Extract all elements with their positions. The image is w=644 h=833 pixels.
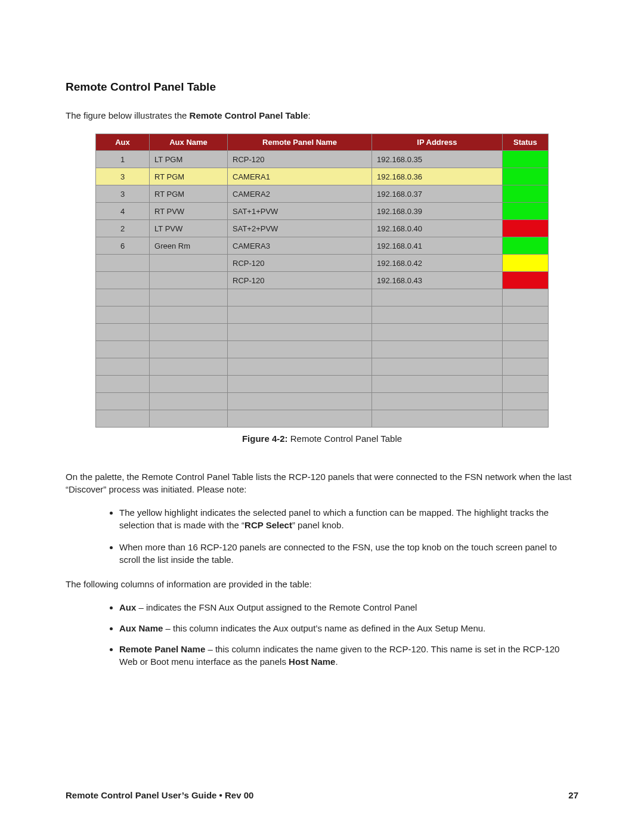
col-header-ip: IP Address	[372, 134, 503, 151]
table-row: 3RT PGMCAMERA1192.168.0.36	[96, 168, 549, 185]
list-item: Aux Name – this column indicates the Aux…	[119, 622, 578, 634]
cell-aux: 3	[96, 168, 150, 185]
cell-panel: RCP-120	[228, 151, 372, 168]
cell-aux	[96, 341, 150, 358]
cell-status	[502, 151, 548, 168]
col-header-auxname: Aux Name	[150, 134, 228, 151]
cell-aux: 6	[96, 237, 150, 255]
cell-panel: SAT+2+PVW	[228, 220, 372, 237]
cell-status	[502, 185, 548, 203]
cell-status	[502, 341, 548, 358]
cell-status	[502, 376, 548, 393]
table-row: 4RT PVWSAT+1+PVW192.168.0.39	[96, 203, 549, 220]
cell-status	[502, 393, 548, 410]
cell-auxname: LT PGM	[150, 151, 228, 168]
table-row: RCP-120192.168.0.43	[96, 272, 549, 289]
col-header-panel: Remote Panel Name	[228, 134, 372, 151]
cell-aux	[96, 255, 150, 272]
list-item-text: ” panel knob.	[292, 520, 344, 530]
cell-auxname	[150, 341, 228, 358]
cell-auxname	[150, 376, 228, 393]
cell-aux: 4	[96, 203, 150, 220]
intro-text-pre: The figure below illustrates the	[66, 110, 190, 120]
cell-status	[502, 203, 548, 220]
intro-text-bold: Remote Control Panel Table	[190, 110, 308, 120]
cell-panel	[228, 324, 372, 341]
paragraph-2: The following columns of information are…	[66, 578, 578, 590]
cell-auxname	[150, 255, 228, 272]
cell-panel	[228, 358, 372, 376]
cell-status	[502, 237, 548, 255]
cell-aux	[96, 410, 150, 428]
rcp-table: Aux Aux Name Remote Panel Name IP Addres…	[95, 134, 549, 428]
cell-aux	[96, 272, 150, 289]
cell-status	[502, 255, 548, 272]
intro-text-post: :	[308, 110, 311, 120]
cell-aux	[96, 358, 150, 376]
cell-auxname: Green Rm	[150, 237, 228, 255]
list-item-bold: Aux	[119, 602, 136, 612]
cell-auxname	[150, 306, 228, 324]
table-row	[96, 341, 549, 358]
table-row	[96, 393, 549, 410]
list-item-text: .	[335, 657, 338, 667]
cell-panel	[228, 341, 372, 358]
cell-status	[502, 220, 548, 237]
cell-auxname	[150, 289, 228, 306]
list-item-text: – indicates the FSN Aux Output assigned …	[136, 602, 417, 612]
cell-aux: 1	[96, 151, 150, 168]
cell-aux	[96, 393, 150, 410]
cell-auxname: RT PGM	[150, 168, 228, 185]
table-body: 1LT PGMRCP-120192.168.0.353RT PGMCAMERA1…	[96, 151, 549, 428]
cell-aux: 2	[96, 220, 150, 237]
list-item-bold: Remote Panel Name	[119, 644, 205, 654]
table-header-row: Aux Aux Name Remote Panel Name IP Addres…	[96, 134, 549, 151]
col-header-aux: Aux	[96, 134, 150, 151]
table-row: RCP-120192.168.0.42	[96, 255, 549, 272]
cell-auxname: RT PGM	[150, 185, 228, 203]
cell-auxname	[150, 358, 228, 376]
cell-panel: CAMERA2	[228, 185, 372, 203]
list-item-text: When more than 16 RCP-120 panels are con…	[119, 542, 557, 565]
page-footer: Remote Control Panel User’s Guide • Rev …	[66, 790, 578, 800]
cell-ip	[372, 324, 503, 341]
footer-left: Remote Control Panel User’s Guide • Rev …	[66, 790, 253, 800]
table-row: 3RT PGMCAMERA2192.168.0.37	[96, 185, 549, 203]
cell-panel	[228, 393, 372, 410]
cell-status	[502, 168, 548, 185]
table-row: 1LT PGMRCP-120192.168.0.35	[96, 151, 549, 168]
col-header-status: Status	[502, 134, 548, 151]
cell-auxname: LT PVW	[150, 220, 228, 237]
intro-paragraph: The figure below illustrates the Remote …	[66, 110, 578, 120]
list-item: Remote Panel Name – this column indicate…	[119, 643, 578, 668]
table-row: 2LT PVWSAT+2+PVW192.168.0.40	[96, 220, 549, 237]
cell-status	[502, 289, 548, 306]
cell-panel: CAMERA3	[228, 237, 372, 255]
figure-caption-label: Figure 4-2:	[242, 433, 288, 444]
cell-ip: 192.168.0.36	[372, 168, 503, 185]
cell-panel: CAMERA1	[228, 168, 372, 185]
table-row	[96, 306, 549, 324]
table-row	[96, 410, 549, 428]
cell-ip: 192.168.0.43	[372, 272, 503, 289]
cell-auxname	[150, 324, 228, 341]
cell-auxname: RT PVW	[150, 203, 228, 220]
cell-ip: 192.168.0.35	[372, 151, 503, 168]
cell-ip	[372, 289, 503, 306]
table-row	[96, 358, 549, 376]
list-item: The yellow highlight indicates the selec…	[119, 506, 578, 531]
table-row	[96, 289, 549, 306]
cell-panel: RCP-120	[228, 255, 372, 272]
cell-ip: 192.168.0.42	[372, 255, 503, 272]
cell-status	[502, 358, 548, 376]
cell-auxname	[150, 272, 228, 289]
paragraph-1: On the palette, the Remote Control Panel…	[66, 470, 578, 496]
cell-aux	[96, 289, 150, 306]
cell-ip	[372, 341, 503, 358]
cell-status	[502, 306, 548, 324]
cell-status	[502, 324, 548, 341]
cell-ip: 192.168.0.37	[372, 185, 503, 203]
bullet-list-1: The yellow highlight indicates the selec…	[66, 506, 578, 566]
cell-panel	[228, 410, 372, 428]
document-page: Remote Control Panel Table The figure be…	[0, 0, 644, 833]
